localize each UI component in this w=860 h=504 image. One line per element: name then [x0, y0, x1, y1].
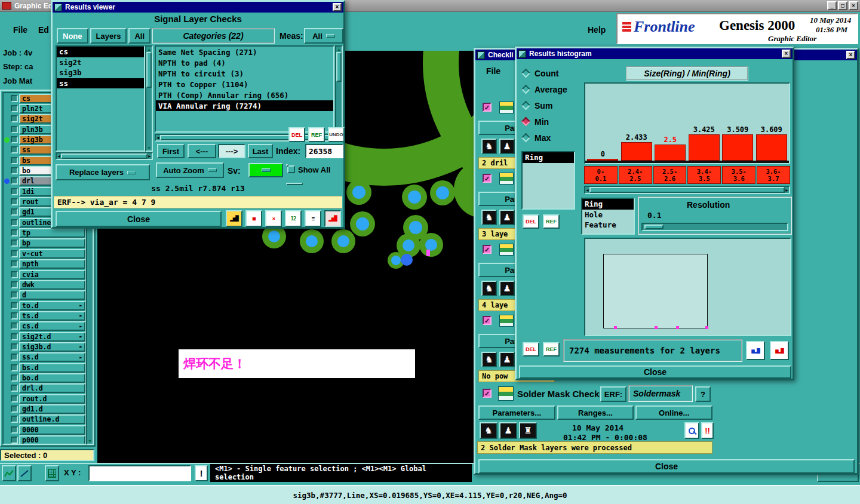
layer-row[interactable]: gd1.d►	[4, 404, 85, 414]
maximize-button[interactable]: □	[838, 1, 847, 10]
first-button[interactable]: First	[157, 144, 185, 158]
soldermask-action-button[interactable]: Ranges...	[557, 405, 634, 420]
section-checkbox[interactable]: ✓	[483, 245, 492, 254]
checklist-close-icon[interactable]: ×	[846, 51, 855, 59]
action-icon[interactable]: ♟	[499, 139, 515, 154]
index-input[interactable]: 26358	[305, 144, 343, 158]
filter-button[interactable]: All	[128, 28, 150, 44]
layer-checkbox[interactable]	[11, 437, 18, 444]
statistic-option[interactable]: Count	[523, 65, 567, 81]
histogram-titlebar[interactable]: Results histogram ×	[517, 48, 793, 59]
viewer-layer-item[interactable]: ss	[57, 78, 144, 89]
scroll-up-icon[interactable]: ▲	[147, 47, 151, 52]
scroll-left-icon[interactable]: ◄	[57, 153, 61, 159]
run-icon[interactable]: ♞	[480, 422, 497, 439]
layer-row[interactable]: bs.d►	[4, 362, 85, 373]
layer-checkbox[interactable]	[11, 229, 18, 236]
layer-row[interactable]: rout.d►	[4, 394, 85, 404]
scroll-right-icon[interactable]: ►	[148, 153, 152, 159]
histogram-ref-button[interactable]: REF	[543, 342, 560, 357]
soldermask-action-button[interactable]: Online...	[635, 405, 712, 420]
radio-diamond-icon[interactable]	[521, 133, 531, 143]
layer-checkbox[interactable]	[11, 426, 18, 434]
layer-button[interactable]: to.d►	[19, 301, 85, 311]
layer-checkbox[interactable]	[11, 416, 18, 423]
category-item[interactable]: Same Net Spacing (271)	[156, 47, 333, 57]
export-histogram-button[interactable]: ▅▂▇	[770, 341, 789, 360]
category-vscroll[interactable]: ▲ ▼	[335, 45, 343, 133]
menu-help[interactable]: Help	[588, 25, 606, 35]
category-item[interactable]: VIA Annular ring (7274)	[156, 100, 333, 111]
soldermask-checkbox[interactable]: ✓	[483, 389, 492, 398]
minimize-button[interactable]: _	[827, 1, 837, 10]
histogram-close-icon[interactable]: ×	[782, 50, 791, 58]
histogram-ref-button[interactable]: REF	[543, 214, 560, 229]
layer-checkbox[interactable]	[11, 126, 18, 133]
review-icon[interactable]: ♟	[499, 422, 517, 439]
soldermask-action-button[interactable]: Parameters...	[478, 405, 555, 420]
viewer-layer-item[interactable]: sig2t	[57, 57, 144, 68]
next-button[interactable]: --->	[218, 144, 245, 158]
layer-checkbox[interactable]	[11, 374, 18, 382]
layer-row[interactable]: drl.d►	[4, 383, 85, 394]
layer-row[interactable]: sig3b.d►	[4, 342, 85, 352]
layer-button[interactable]: v-cut►	[19, 249, 85, 259]
category-item[interactable]: NPTH to circuit (3)	[156, 68, 333, 79]
layer-checkbox[interactable]	[11, 177, 18, 185]
layer-checkbox[interactable]	[11, 250, 18, 257]
layer-button[interactable]: cs.d►	[19, 321, 85, 331]
scroll-left-icon[interactable]: ◄	[156, 135, 160, 140]
viewer-tool-icon[interactable]: ▂▅█	[324, 210, 341, 227]
viewer-tool-icon[interactable]: ▂▅█	[226, 210, 242, 227]
action-icon[interactable]: ♟	[499, 210, 515, 225]
slider-handle[interactable]	[644, 225, 664, 229]
auto-zoom-dropdown[interactable]: Auto Zoom	[156, 162, 224, 178]
layer-row[interactable]: tp►	[4, 228, 85, 238]
section-checkbox[interactable]: ✓	[483, 174, 492, 183]
scroll-down-icon[interactable]: ▼	[88, 438, 92, 444]
layer-row[interactable]: cvia►	[4, 269, 85, 279]
erf-button[interactable]: ERF:	[600, 386, 626, 402]
layer-button[interactable]: ss.d►	[19, 352, 85, 362]
checklist-menu-file[interactable]: File	[486, 66, 500, 76]
statistic-option[interactable]: Sum	[523, 97, 567, 113]
last-button[interactable]: Last	[248, 144, 273, 158]
layer-checkbox[interactable]	[11, 354, 18, 361]
job-matrix-label[interactable]: Job Mat	[3, 76, 32, 85]
filter-button[interactable]: None	[57, 28, 88, 44]
layer-checkbox[interactable]	[11, 115, 18, 122]
category-item[interactable]: PTH to Copper (1104)	[156, 79, 333, 90]
layer-button[interactable]: gd1.d►	[19, 404, 85, 414]
layer-checkbox[interactable]	[11, 95, 18, 102]
menu-file[interactable]: File	[13, 25, 27, 35]
layer-checkbox[interactable]	[11, 167, 18, 174]
layer-button[interactable]: p000►	[19, 435, 85, 445]
meas-dropdown[interactable]: All	[304, 28, 343, 44]
layer-row[interactable]: outline.d►	[4, 414, 85, 425]
viewer-tool-icon[interactable]: 12	[285, 210, 302, 227]
statistic-option[interactable]: Min	[523, 113, 567, 130]
layer-row[interactable]: dwk►	[4, 279, 85, 290]
layer-checkbox[interactable]	[11, 157, 18, 164]
error-indicator-button[interactable]: !!	[701, 422, 714, 439]
layer-checkbox[interactable]	[11, 146, 18, 153]
histogram-hscrollbar[interactable]: ◄ ►	[584, 186, 790, 194]
help-button[interactable]: ?	[695, 386, 711, 402]
layer-button[interactable]: ts.d►	[19, 311, 85, 321]
layer-checkbox[interactable]	[11, 239, 18, 247]
layer-checkbox[interactable]	[11, 343, 18, 351]
layer-checkbox[interactable]	[11, 302, 18, 309]
measure-tool-button[interactable]	[17, 465, 32, 481]
feature-type-item[interactable]: Ring	[582, 199, 634, 210]
layer-button[interactable]: outline.d►	[19, 414, 85, 424]
layer-button[interactable]: drl.d►	[19, 383, 85, 393]
scroll-thumb[interactable]	[146, 52, 152, 88]
layer-row[interactable]: 0000►	[4, 425, 85, 435]
section-checkbox[interactable]: ✓	[483, 316, 492, 325]
layer-checkbox[interactable]	[11, 260, 18, 268]
viewer-ref-button[interactable]: REF	[308, 127, 325, 142]
layer-button[interactable]: bs.d►	[19, 363, 85, 373]
viewer-layer-item[interactable]: sig3b	[57, 67, 144, 78]
layer-checkbox[interactable]	[11, 188, 18, 195]
action-icon[interactable]: ♞	[481, 352, 497, 367]
